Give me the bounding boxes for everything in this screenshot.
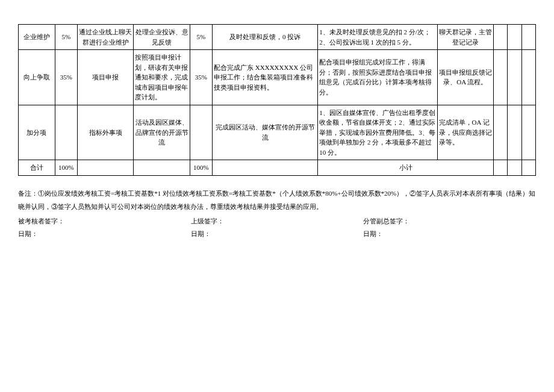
deputy-sign-label: 分管副总签字： <box>363 217 536 226</box>
date-row: 日期： 日期： 日期： <box>18 229 536 238</box>
cell <box>190 105 212 160</box>
cell <box>508 160 521 176</box>
cell <box>508 50 521 105</box>
table-row: 加分项 指标外事项 活动及园区媒体、品牌宣传的开源节流 完成园区活动、媒体宣传的… <box>19 105 536 160</box>
cell: 35% <box>190 50 212 105</box>
cell <box>521 25 535 50</box>
cell <box>521 50 535 105</box>
cell: 处理企业投诉、意见反馈 <box>134 25 190 50</box>
cell <box>493 25 507 50</box>
cell: 向上争取 <box>19 50 55 105</box>
cell: 35% <box>55 50 77 105</box>
cell: 及时处理和反馈，0 投诉 <box>213 25 318 50</box>
cell: 完成园区活动、媒体宣传的开源节流 <box>213 105 318 160</box>
cell: 项目申报组反馈记录、OA 流程。 <box>437 50 493 105</box>
cell <box>521 160 535 176</box>
date-label: 日期： <box>18 229 191 238</box>
cell: 小计 <box>318 160 494 176</box>
cell: 5% <box>55 25 77 50</box>
cell <box>493 160 507 176</box>
cell: 1、未及时处理反馈意见的扣 2 分/次；2、公司投诉出现 1 次的扣 5 分。 <box>318 25 437 50</box>
cell: 按照项目申报计划，研读有关申报通知和要求，完成城市园项目申报年度计划。 <box>134 50 190 105</box>
signature-row: 被考核者签字： 上级签字： 分管副总签字： <box>18 217 536 226</box>
cell: 通过企业线上聊天群进行企业维护 <box>78 25 134 50</box>
assessment-table: 企业维护 5% 通过企业线上聊天群进行企业维护 处理企业投诉、意见反馈 5% 及… <box>18 24 536 176</box>
table-row: 企业维护 5% 通过企业线上聊天群进行企业维护 处理企业投诉、意见反馈 5% 及… <box>19 25 536 50</box>
cell: 1、园区自媒体宣传、广告位出租季度创收金额，节省自媒体开支；2、通过实际举措，实… <box>318 105 437 160</box>
cell: 活动及园区媒体、品牌宣传的开源节流 <box>134 105 190 160</box>
cell: 100% <box>55 160 77 176</box>
date-label: 日期： <box>191 229 364 238</box>
cell: 5% <box>190 25 212 50</box>
cell <box>55 105 77 160</box>
date-label: 日期： <box>363 229 536 238</box>
cell <box>78 160 134 176</box>
cell <box>508 25 521 50</box>
notes-text: 备注：①岗位应发绩效考核工资=考核工资基数*1 对位绩效考核工资系数=考核工资基… <box>18 187 536 213</box>
cell <box>493 105 507 160</box>
cell <box>508 105 521 160</box>
cell <box>493 50 507 105</box>
superior-sign-label: 上级签字： <box>191 217 364 226</box>
cell <box>134 160 190 176</box>
cell: 指标外事项 <box>78 105 134 160</box>
table-row: 合计 100% 100% 小计 <box>19 160 536 176</box>
cell: 合计 <box>19 160 55 176</box>
cell: 完成清单，OA 记录，供应商选择记录等。 <box>437 105 493 160</box>
cell: 项目申报 <box>78 50 134 105</box>
cell: 聊天群记录，主管登记记录 <box>437 25 493 50</box>
cell: 加分项 <box>19 105 55 160</box>
cell: 配合完成广东 XXXXXXXXX 公司申报工作；结合集装箱项目准备科技类项目申报… <box>213 50 318 105</box>
table-row: 向上争取 35% 项目申报 按照项目申报计划，研读有关申报通知和要求，完成城市园… <box>19 50 536 105</box>
cell: 100% <box>190 160 212 176</box>
cell <box>213 160 318 176</box>
cell: 配合项目申报组完成对应工作，得满分；否则，按照实际进度结合项目申报组意见（完成百… <box>318 50 437 105</box>
assessee-sign-label: 被考核者签字： <box>18 217 191 226</box>
cell: 企业维护 <box>19 25 55 50</box>
cell <box>521 105 535 160</box>
